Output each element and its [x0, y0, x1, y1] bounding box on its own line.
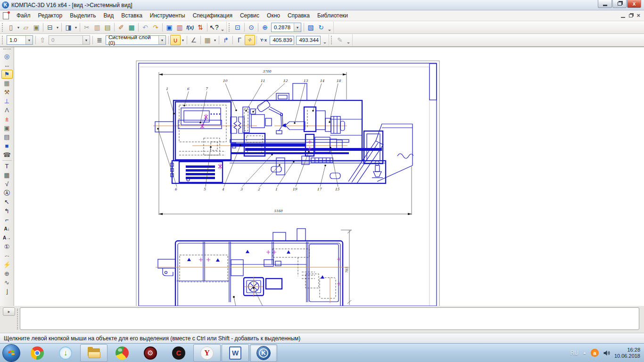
phone-icon[interactable]: ☎ — [1, 150, 13, 159]
zoom-area-icon[interactable]: ⊡ — [232, 22, 243, 33]
start-button[interactable] — [2, 344, 20, 362]
copy-icon[interactable]: ▥ — [92, 22, 102, 33]
toolbar-grip[interactable] — [2, 36, 4, 44]
rounding-icon[interactable]: ·/· — [245, 35, 255, 45]
word-taskbar-button[interactable]: W — [222, 344, 249, 362]
report-icon[interactable]: ■ — [1, 141, 13, 150]
gear-app-taskbar-button[interactable]: ⚙ — [137, 344, 164, 362]
text-tool-icon[interactable]: T — [1, 162, 13, 171]
print-icon[interactable]: ⊟ — [45, 22, 55, 33]
cursor-step-combo[interactable]: 1.0 ▼ — [7, 35, 33, 45]
variables-icon[interactable]: f(x) — [185, 22, 195, 33]
layers-icon[interactable]: ≣ — [94, 35, 105, 45]
compass-icon[interactable]: Λ — [1, 106, 13, 115]
leader-icon[interactable]: ↖ — [1, 197, 13, 206]
avast-tray-icon[interactable]: a — [591, 349, 599, 357]
ortho-drawing-icon[interactable]: Γ — [234, 35, 245, 45]
axis-line-icon[interactable]: -·- — [1, 251, 13, 260]
panel-grip[interactable] — [3, 49, 11, 50]
toolbar-grip[interactable] — [2, 23, 4, 32]
clock[interactable]: 16:28 10.06.2018 — [614, 347, 640, 359]
sheet-drawing[interactable]: 3700 5160 785 — [14, 47, 644, 306]
menu-help[interactable]: Справка — [284, 11, 314, 20]
layer-up-icon[interactable]: ⇧ — [37, 35, 48, 45]
wave-line-icon[interactable]: ∿ — [1, 278, 13, 287]
current-layer-combo[interactable]: Системный слой (0) ▼ — [106, 35, 166, 45]
step-dropdown-icon[interactable]: ▼ — [25, 36, 33, 44]
select-area-icon[interactable]: ◎ — [1, 52, 13, 61]
menu-view[interactable]: Вид — [100, 11, 118, 20]
chrome-taskbar-button[interactable] — [24, 344, 51, 362]
mdi-restore-icon[interactable] — [629, 14, 633, 17]
print-preview-icon[interactable]: ◨ — [63, 22, 74, 33]
print-dropdown-icon[interactable]: ▾ — [55, 22, 60, 33]
local-cs-icon[interactable]: ↱ — [221, 35, 231, 45]
spec-book-icon[interactable]: ▤ — [1, 132, 13, 141]
mdi-minimize-icon[interactable] — [621, 17, 625, 18]
parametrize-icon[interactable]: ⊥ — [1, 97, 13, 106]
grid-dropdown-icon[interactable]: ▾ — [213, 35, 217, 45]
drawing-canvas[interactable]: 3700 5160 785 — [14, 47, 644, 306]
copy-properties-icon[interactable]: ✐ — [116, 22, 126, 33]
scale-by-selection-icon[interactable]: ▧ — [305, 22, 316, 33]
undo-icon[interactable]: ↶ — [140, 22, 150, 33]
coord-y-field[interactable]: 493.344 — [296, 36, 321, 45]
fragment-icon[interactable]: ▦ — [1, 79, 13, 88]
menu-select[interactable]: Выделить — [66, 11, 99, 20]
toolbar-overflow-icon[interactable] — [346, 35, 350, 45]
snaps-magnet-icon[interactable]: ∪ — [170, 35, 181, 45]
forbid-snaps-icon[interactable]: ∠ — [189, 35, 199, 45]
downloader-taskbar-button[interactable]: ↓ — [52, 344, 79, 362]
save-fragment-icon[interactable]: ▣ — [1, 123, 13, 132]
property-collapse-button[interactable]: ▸ — [3, 307, 15, 316]
section-line-icon[interactable]: ⌋ — [1, 287, 13, 296]
library-manager-icon[interactable]: ▥ — [174, 22, 185, 33]
auto-axis-icon[interactable]: ⚡ — [1, 260, 13, 269]
cut-icon[interactable]: ✂ — [82, 22, 92, 33]
menu-editor[interactable]: Редактор — [34, 11, 66, 20]
plus-minus-icon[interactable]: ± — [1, 115, 13, 123]
datum-icon[interactable]: Ⓐ — [1, 189, 13, 197]
spec-editor-icon[interactable]: ▦ — [126, 22, 137, 33]
preview-dropdown-icon[interactable]: ▾ — [74, 22, 78, 33]
text-right-icon[interactable]: A→ — [1, 233, 13, 242]
object-help-icon[interactable]: ↖? — [209, 22, 219, 33]
annotation-panel-icon[interactable]: ⚑ — [1, 70, 13, 79]
new-document-dropdown-icon[interactable]: ▾ — [16, 22, 21, 33]
layer-number-combo[interactable]: 0 ▼ — [49, 35, 90, 45]
toolbar-grip[interactable] — [229, 23, 231, 32]
view-arrow-icon[interactable]: ⌐ — [1, 215, 13, 224]
save-document-icon[interactable]: ▣ — [31, 22, 41, 33]
text-down-icon[interactable]: A↓ — [1, 224, 13, 233]
selection-filter-icon[interactable]: ✎ — [335, 35, 345, 45]
paste-icon[interactable]: ▤ — [102, 22, 113, 33]
menu-file[interactable]: Файл — [13, 11, 34, 20]
menu-window[interactable]: Окно — [263, 11, 284, 20]
menu-libraries[interactable]: Библиотеки — [314, 11, 352, 20]
toolbar-overflow-icon[interactable] — [322, 35, 327, 45]
mdi-close-icon[interactable]: × — [636, 13, 640, 18]
restore-button[interactable] — [612, 0, 627, 8]
new-document-icon[interactable]: ▯ — [6, 22, 16, 33]
c-app-taskbar-button[interactable]: C — [165, 344, 192, 362]
explorer-taskbar-button[interactable] — [80, 344, 107, 362]
grid-icon[interactable]: ▦ — [202, 35, 213, 45]
kompas-taskbar-button[interactable]: K — [250, 344, 277, 362]
media-ball-taskbar-button[interactable] — [108, 344, 136, 362]
panel-grip[interactable] — [17, 309, 18, 329]
layer-dropdown-icon[interactable]: ▼ — [83, 36, 90, 44]
tray-chevron-icon[interactable]: ▲ — [583, 351, 586, 355]
yandex-taskbar-button[interactable]: Y — [193, 344, 221, 362]
coord-x-field[interactable]: 405.839 — [270, 36, 294, 45]
zoom-pan-icon[interactable]: ⊙ — [246, 22, 256, 33]
menu-insert[interactable]: Вставка — [117, 11, 146, 20]
cursor-coords-icon[interactable]: Y·x — [258, 35, 269, 45]
minimize-button[interactable] — [598, 0, 612, 8]
toolbar-grip[interactable] — [331, 36, 333, 44]
zoom-combo-dropdown-icon[interactable]: ▼ — [294, 23, 301, 32]
toolbar-overflow-icon[interactable] — [327, 22, 331, 33]
close-button[interactable]: x — [627, 0, 641, 8]
menu-service[interactable]: Сервис — [236, 11, 263, 20]
property-message-panel[interactable] — [20, 307, 639, 330]
measure-icon[interactable]: ↔ — [1, 61, 13, 70]
